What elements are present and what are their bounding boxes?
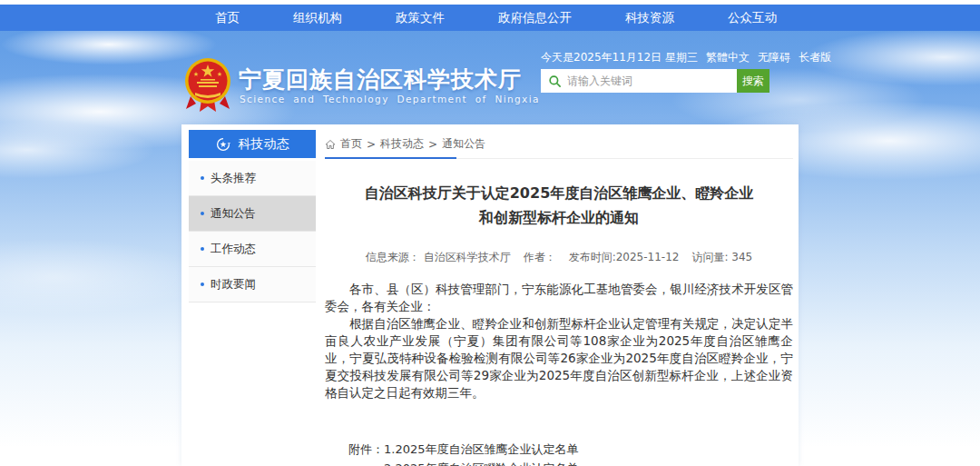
nav-item-organization[interactable]: 组织机构 [293,10,342,26]
sidebar-item-label: 头条推荐 [211,171,256,186]
sidebar-item-work-trends[interactable]: 工作动态 [189,232,316,267]
sidebar-item-label: 时政要闻 [211,277,256,292]
page: 首页 组织机构 政策文件 政府信息公开 科技资源 公众互动 宁夏回族自治区科学技… [0,0,980,466]
nav-item-home[interactable]: 首页 [215,10,240,26]
article-title: 自治区科技厅关于认定2025年度自治区雏鹰企业、瞪羚企业和创新型标杆企业的通知 [325,181,793,230]
sidebar-item-label: 工作动态 [211,242,256,257]
article-panel: 首页 > 科技动态 > 通知公告 自治区科技厅关于认定2025年度自治区雏鹰企业… [325,130,793,466]
star-circle-icon [216,137,230,152]
home-icon [325,139,336,150]
sidebar-header-label: 科技动态 [239,136,289,153]
meta-author: 作者： [524,251,556,263]
bullet-dot-icon [201,283,204,286]
breadcrumb-home[interactable]: 首页 [340,136,362,152]
current-date: 今天是2025年11月12日 星期三 [541,50,698,65]
nav-item-tech-resources[interactable]: 科技资源 [625,10,674,26]
sidebar-item-headline-recommend[interactable]: 头条推荐 [189,161,316,196]
article-body: 各市、县（区）科技管理部门，宁东能源化工基地管委会，银川经济技术开发区管委会，各… [325,281,793,402]
breadcrumb-accent-underline [325,157,456,159]
attachment-link-1[interactable]: 1.2025年度自治区雏鹰企业认定名单 [384,440,614,459]
link-traditional-chinese[interactable]: 繁體中文 [706,50,750,65]
meta-publish-time: 发布时间:2025-11-12 [569,251,680,263]
meta-visits: 访问量: 345 [691,251,752,263]
search-icon [548,74,562,88]
breadcrumb-separator: > [428,138,437,151]
sidebar-menu: 头条推荐 通知公告 工作动态 时政要闻 [189,161,316,302]
sidebar-item-label: 通知公告 [211,206,256,222]
site-subtitle: Science and Technology Department of Nin… [240,94,540,104]
nav-item-public-interaction[interactable]: 公众互动 [728,10,777,26]
search-button[interactable]: 搜索 [737,69,769,93]
top-navigation: 首页 组织机构 政策文件 政府信息公开 科技资源 公众互动 [0,5,980,31]
link-elderly-version[interactable]: 长者版 [799,50,831,65]
attachment-list: 1.2025年度自治区雏鹰企业认定名单 2.2025年度自治区瞪羚企业认定名单 … [384,440,614,466]
article-paragraph: 根据自治区雏鹰企业、瞪羚企业和创新型标杆企业认定管理有关规定，决定认定半亩良人农… [325,315,793,402]
article-meta: 信息来源： 自治区科学技术厅作者：发布时间:2025-11-12访问量: 345 [325,250,793,265]
site-title: 宁夏回族自治区科学技术厅 [239,64,522,94]
attachments-label: 附件： [348,440,384,466]
bullet-dot-icon [201,212,204,215]
sidebar-item-current-politics[interactable]: 时政要闻 [189,267,316,302]
attachments: 附件： 1.2025年度自治区雏鹰企业认定名单 2.2025年度自治区瞪羚企业认… [325,440,793,466]
search-bar: 搜索 [541,69,769,93]
bullet-dot-icon [201,176,204,180]
sidebar: 科技动态 头条推荐 通知公告 工作动态 时政要闻 [189,130,316,302]
breadcrumb: 首页 > 科技动态 > 通知公告 [325,130,793,159]
content-container: 科技动态 头条推荐 通知公告 工作动态 时政要闻 [181,124,799,466]
breadcrumb-tech-news[interactable]: 科技动态 [380,136,424,152]
header-meta-row: 今天是2025年11月12日 星期三 繁體中文 无障碍 长者版 [541,50,793,65]
article-paragraph: 各市、县（区）科技管理部门，宁东能源化工基地管委会，银川经济技术开发区管委会，各… [325,281,793,315]
breadcrumb-current: 通知公告 [442,136,485,152]
link-accessibility[interactable]: 无障碍 [758,50,790,65]
meta-source: 信息来源： 自治区科学技术厅 [366,251,511,263]
attachment-link-2[interactable]: 2.2025年度自治区瞪羚企业认定名单 [384,459,614,466]
bullet-dot-icon [201,247,204,251]
breadcrumb-separator: > [367,138,376,151]
nav-item-policy-documents[interactable]: 政策文件 [396,10,445,26]
sidebar-item-notice-announcement[interactable]: 通知公告 [189,196,316,232]
nav-item-gov-info-disclosure[interactable]: 政府信息公开 [498,10,572,26]
search-input[interactable] [567,74,737,87]
national-emblem-logo [183,56,232,113]
sidebar-header: 科技动态 [189,130,316,158]
